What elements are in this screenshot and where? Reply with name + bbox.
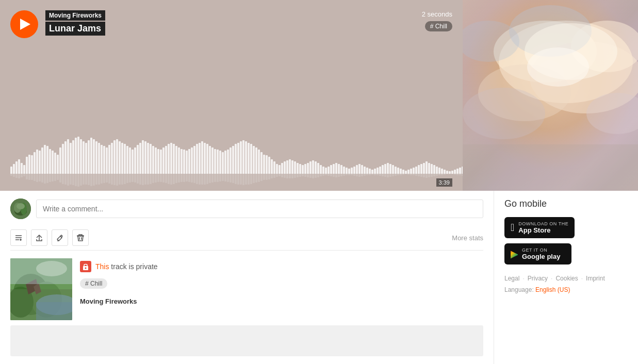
time-tag-area: 2 seconds # Chill (422, 10, 452, 31)
svg-rect-24 (77, 236, 84, 236)
track-artist[interactable]: Moving Fireworks (45, 10, 105, 21)
app-store-main: App Store (518, 226, 550, 234)
add-to-playlist-button[interactable] (10, 229, 27, 246)
language-label: Language: (504, 286, 534, 293)
footer-links: Legal · Privacy · Cookies · Imprint (504, 275, 628, 282)
share-button[interactable] (31, 229, 47, 246)
player-left: Moving Fireworks Lunar Jams 2 seconds # … (0, 0, 463, 191)
main-content: More stats (0, 191, 638, 364)
content-left: More stats (0, 191, 494, 364)
cookies-link[interactable]: Cookies (555, 275, 578, 282)
track-card: This track is private # Chill Moving Fir… (10, 258, 483, 320)
legal-link[interactable]: Legal (504, 275, 519, 282)
track-thumbnail[interactable] (10, 258, 72, 320)
play-button[interactable] (10, 10, 38, 38)
chill-tag-player[interactable]: # Chill (425, 21, 452, 31)
artist-name-link[interactable]: Moving Fireworks (80, 297, 137, 305)
comment-area (10, 198, 483, 219)
track-details: This track is private # Chill Moving Fir… (80, 258, 483, 306)
waveform-area[interactable]: 3:39 (10, 134, 452, 191)
app-store-sub: Download on the (518, 221, 568, 226)
waveform-reflection (10, 174, 452, 191)
chill-tag-card[interactable]: # Chill (80, 278, 107, 289)
imprint-link[interactable]: Imprint (586, 275, 605, 282)
lock-icon (80, 261, 91, 272)
private-badge: This track is private (80, 261, 483, 272)
svg-rect-12 (463, 144, 638, 191)
google-play-sub: GET IT ON (522, 247, 547, 253)
google-play-main: Google play (522, 253, 560, 260)
comment-input[interactable] (36, 200, 483, 218)
action-icons (10, 229, 89, 246)
language-line: Language: English (US) (504, 286, 628, 293)
svg-point-6 (463, 88, 545, 139)
time-elapsed: 2 seconds (422, 10, 452, 18)
action-bar: More stats (10, 225, 483, 251)
duration-stamp: 3:39 (436, 178, 452, 187)
player-section: Moving Fireworks Lunar Jams 2 seconds # … (0, 0, 638, 191)
app-store-btn-text: Download on the App Store (518, 221, 568, 234)
delete-button[interactable] (72, 229, 89, 246)
store-buttons:  Download on the App Store ▶ GET IT ON … (504, 217, 628, 264)
svg-point-37 (85, 268, 87, 269)
app-store-button[interactable]:  Download on the App Store (504, 217, 575, 238)
edit-button[interactable] (52, 229, 68, 246)
track-title[interactable]: Lunar Jams (45, 22, 105, 36)
play-icon (20, 19, 30, 30)
privacy-link[interactable]: Privacy (528, 275, 548, 282)
waveform[interactable] (10, 134, 452, 174)
apple-icon:  (511, 222, 514, 234)
svg-point-17 (17, 203, 25, 209)
google-play-icon: ▶ (511, 249, 518, 260)
svg-rect-33 (36, 302, 72, 320)
language-link[interactable]: English (US) (535, 286, 570, 293)
album-art-container (463, 0, 638, 191)
album-art (463, 0, 638, 191)
private-link[interactable]: This (95, 262, 109, 271)
user-avatar (10, 198, 31, 219)
private-text: This track is private (95, 262, 158, 271)
go-mobile-title: Go mobile (504, 198, 628, 209)
more-stats-link[interactable]: More stats (452, 234, 483, 242)
google-play-btn-text: GET IT ON Google play (522, 247, 560, 260)
bottom-placeholder (10, 325, 483, 356)
track-info: Moving Fireworks Lunar Jams (45, 10, 105, 36)
svg-point-35 (36, 261, 67, 276)
player-header: Moving Fireworks Lunar Jams (10, 10, 452, 38)
svg-point-11 (527, 47, 589, 87)
google-play-button[interactable]: ▶ GET IT ON Google play (504, 243, 571, 264)
sidebar: Go mobile  Download on the App Store ▶ … (494, 191, 638, 364)
